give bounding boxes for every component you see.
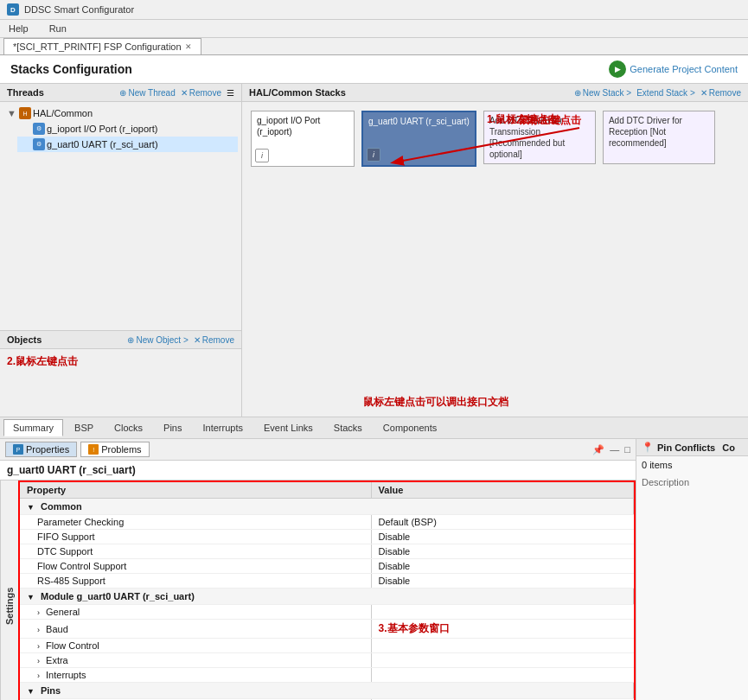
- editor-tab-close[interactable]: ✕: [185, 42, 192, 51]
- settings-area: Settings Property Value: [0, 480, 636, 700]
- threads-menu-icon[interactable]: ☰: [227, 88, 234, 98]
- generate-btn-label: Generate Project Content: [630, 64, 738, 74]
- ioport-info-icon[interactable]: i: [255, 149, 269, 162]
- annotation-param-window: 3.基本参数窗口: [379, 622, 450, 634]
- threads-title: Threads: [7, 87, 44, 98]
- prop-flow-ctrl-value[interactable]: Disable: [371, 559, 633, 574]
- section-pins: ▼ Pins: [20, 683, 634, 699]
- prop-flow-control-name: › Flow Control: [20, 639, 371, 653]
- uart0-info-icon[interactable]: i: [367, 148, 380, 162]
- pin-conflicts-header: 📍 Pin Conflicts Co: [636, 439, 748, 456]
- interrupts-expand[interactable]: ›: [37, 671, 40, 680]
- flow-ctrl-expand[interactable]: ›: [37, 642, 40, 651]
- co-label: Co: [722, 442, 735, 453]
- threads-remove-icon: ✕: [181, 88, 188, 98]
- dtc-rx-box[interactable]: Add DTC Driver for Reception [Not recomm…: [603, 111, 715, 164]
- hal-common-label: HAL/Common: [33, 108, 93, 118]
- prop-row-flow-control: › Flow Control: [20, 639, 634, 653]
- objects-title: Objects: [7, 334, 42, 345]
- properties-toolbar: P Properties ! Problems 📌 — □: [0, 439, 636, 461]
- module-expand-arrow[interactable]: ▼: [27, 593, 35, 601]
- tree-expand-icon: ▼: [7, 108, 17, 118]
- menu-help[interactable]: Help: [3, 22, 34, 35]
- hal-stacks-remove-label: Remove: [709, 88, 741, 98]
- hal-stacks-remove-button[interactable]: ✕ Remove: [700, 88, 741, 98]
- prop-fifo-value[interactable]: Disable: [371, 530, 633, 544]
- tab-pins[interactable]: Pins: [154, 419, 191, 436]
- extend-stack-label: Extend Stack >: [636, 88, 695, 98]
- editor-tab-bar: *[SCI_RTT_PRINTF] FSP Configuration ✕: [0, 38, 748, 55]
- tab-event-links[interactable]: Event Links: [254, 419, 323, 436]
- stack-box-ioport[interactable]: g_ioport I/O Port(r_ioport) i: [251, 111, 355, 167]
- prop-data-table: Property Value ▼ Common: [20, 482, 634, 700]
- app-icon: D: [7, 3, 19, 16]
- problems-tab-label: Problems: [101, 444, 141, 455]
- ioport-icon: ⚙: [33, 123, 45, 135]
- common-expand-arrow[interactable]: ▼: [27, 503, 35, 512]
- prop-baud-value: 3.基本参数窗口: [371, 620, 633, 639]
- section-common: ▼ Common: [20, 499, 634, 515]
- tab-bsp[interactable]: BSP: [65, 419, 103, 436]
- prop-dtc-value[interactable]: Disable: [371, 544, 633, 559]
- prop-extra-name: › Extra: [20, 653, 371, 668]
- section-module-label: ▼ Module g_uart0 UART (r_sci_uart): [20, 589, 634, 605]
- stack-box-uart0[interactable]: g_uart0 UART (r_sci_uart) i: [361, 111, 476, 167]
- toolbar-icons: 📌 — □: [592, 444, 630, 455]
- prop-tab-icon: P: [13, 444, 23, 455]
- prop-row-flow-ctrl: Flow Control Support Disable: [20, 559, 634, 574]
- tab-components[interactable]: Components: [374, 419, 446, 436]
- description-label: Description: [636, 474, 748, 491]
- right-sidebar: 📍 Pin Conflicts Co 0 items Description: [636, 439, 748, 700]
- hal-common-icon: H: [19, 107, 31, 119]
- tab-clocks[interactable]: Clocks: [105, 419, 152, 436]
- new-thread-button[interactable]: ⊕ New Thread: [119, 88, 175, 98]
- new-object-label: New Object >: [136, 335, 188, 345]
- generate-project-button[interactable]: ▶ Generate Project Content: [609, 60, 738, 78]
- prop-tab-properties[interactable]: P Properties: [5, 442, 77, 457]
- pin-conflicts-label: Pin Conflicts: [657, 442, 715, 453]
- prop-row-fifo: FIFO Support Disable: [20, 530, 634, 544]
- uart0-label: g_uart0 UART (r_sci_uart): [47, 139, 158, 150]
- minimize-icon[interactable]: —: [610, 444, 619, 455]
- right-panel: HAL/Common Stacks ⊕ New Stack > Extend S…: [242, 84, 748, 417]
- section-module: ▼ Module g_uart0 UART (r_sci_uart): [20, 589, 634, 605]
- tab-interrupts[interactable]: Interrupts: [194, 419, 253, 436]
- prop-row-extra: › Extra: [20, 653, 634, 668]
- prop-rs485-name: RS-485 Support: [20, 574, 371, 589]
- objects-remove-icon: ✕: [194, 335, 201, 345]
- new-object-button[interactable]: ⊕ New Object >: [127, 335, 188, 345]
- dtc-boxes: Add DTC Driver for Transmission [Recomme…: [483, 111, 715, 164]
- maximize-icon[interactable]: □: [624, 444, 630, 455]
- bottom-tab-bar: Summary BSP Clocks Pins Interrupts Event…: [0, 417, 748, 438]
- prop-rs485-value[interactable]: Disable: [371, 574, 633, 589]
- tree-uart0[interactable]: ⚙ g_uart0 UART (r_sci_uart): [17, 137, 238, 152]
- menu-run[interactable]: Run: [44, 22, 72, 35]
- prop-row-baud: › Baud 3.基本参数窗口: [20, 620, 634, 639]
- tree-ioport[interactable]: ⚙ g_ioport I/O Port (r_ioport): [17, 121, 238, 137]
- extra-expand[interactable]: ›: [37, 657, 40, 665]
- extend-stack-button[interactable]: Extend Stack >: [636, 88, 695, 98]
- module-title: g_uart0 UART (r_sci_uart): [0, 461, 636, 480]
- prop-row-rs485: RS-485 Support Disable: [20, 574, 634, 589]
- threads-remove-button[interactable]: ✕ Remove: [181, 88, 221, 98]
- baud-expand[interactable]: ›: [37, 626, 40, 634]
- objects-remove-button[interactable]: ✕ Remove: [194, 335, 234, 345]
- objects-panel-header: Objects ⊕ New Object > ✕ Remove: [0, 331, 241, 349]
- prop-fifo-name: FIFO Support: [20, 530, 371, 544]
- new-stack-button[interactable]: ⊕ New Stack >: [574, 88, 631, 98]
- uart0-box-title: g_uart0 UART (r_sci_uart): [363, 112, 475, 130]
- pin-icon[interactable]: 📌: [592, 444, 604, 455]
- prop-baud-name: › Baud: [20, 620, 371, 639]
- ioport-label: g_ioport I/O Port (r_ioport): [47, 124, 157, 134]
- tab-stacks[interactable]: Stacks: [324, 419, 372, 436]
- editor-tab-fsp[interactable]: *[SCI_RTT_PRINTF] FSP Configuration ✕: [3, 38, 201, 54]
- dtc-tx-box[interactable]: Add DTC Driver for Transmission [Recomme…: [483, 111, 596, 164]
- prop-tab-problems[interactable]: ! Problems: [80, 442, 149, 457]
- prop-header-row: Property Value: [20, 482, 634, 499]
- tree-hal-common[interactable]: ▼ H HAL/Common: [3, 105, 238, 121]
- prop-param-checking-value[interactable]: Default (BSP): [371, 515, 633, 530]
- tab-summary[interactable]: Summary: [3, 419, 63, 436]
- stacks-config-header: Stacks Configuration ▶ Generate Project …: [0, 55, 748, 84]
- general-expand[interactable]: ›: [37, 608, 40, 617]
- pins-expand-arrow[interactable]: ▼: [27, 687, 35, 696]
